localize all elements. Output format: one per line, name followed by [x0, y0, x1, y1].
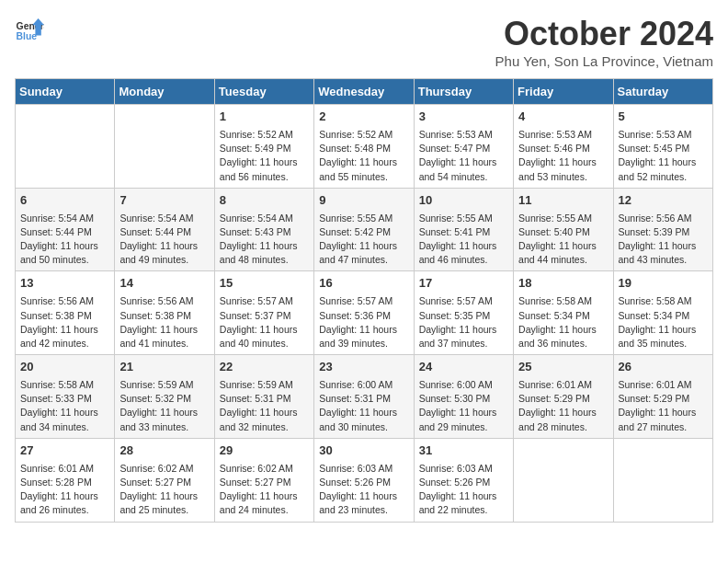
calendar-cell: 23Sunrise: 6:00 AMSunset: 5:31 PMDayligh… — [314, 355, 414, 439]
daylight-text: Daylight: 11 hours and 49 minutes. — [119, 239, 209, 267]
daylight-text: Daylight: 11 hours and 26 minutes. — [20, 489, 109, 517]
sunrise-text: Sunrise: 5:53 AM — [518, 128, 608, 142]
day-number: 1 — [220, 109, 309, 126]
sunset-text: Sunset: 5:45 PM — [619, 142, 708, 155]
day-number: 15 — [220, 275, 309, 293]
calendar-cell: 14Sunrise: 5:56 AMSunset: 5:38 PMDayligh… — [115, 271, 214, 355]
daylight-text: Daylight: 11 hours and 22 minutes. — [419, 489, 508, 517]
calendar-cell: 15Sunrise: 5:57 AMSunset: 5:37 PMDayligh… — [214, 271, 313, 355]
sunrise-text: Sunrise: 5:54 AM — [119, 212, 209, 225]
day-number: 22 — [220, 359, 309, 376]
calendar-cell: 16Sunrise: 5:57 AMSunset: 5:36 PMDayligh… — [314, 271, 414, 355]
sunrise-text: Sunrise: 6:00 AM — [319, 378, 408, 392]
daylight-text: Daylight: 11 hours and 35 minutes. — [619, 323, 708, 350]
calendar-cell — [514, 438, 613, 522]
sunrise-text: Sunrise: 6:01 AM — [619, 378, 708, 392]
logo-icon: General Blue — [15, 15, 44, 44]
sunset-text: Sunset: 5:28 PM — [20, 476, 109, 489]
sunrise-text: Sunrise: 6:00 AM — [419, 378, 508, 392]
sunrise-text: Sunrise: 5:52 AM — [220, 128, 309, 142]
week-row-3: 13Sunrise: 5:56 AMSunset: 5:38 PMDayligh… — [16, 271, 713, 355]
day-number: 8 — [220, 192, 309, 210]
calendar-cell: 21Sunrise: 5:59 AMSunset: 5:32 PMDayligh… — [115, 355, 214, 439]
sunrise-text: Sunrise: 5:56 AM — [119, 294, 209, 308]
calendar-cell: 9Sunrise: 5:55 AMSunset: 5:42 PMDaylight… — [314, 188, 414, 271]
sunrise-text: Sunrise: 6:01 AM — [20, 462, 109, 476]
daylight-text: Daylight: 11 hours and 54 minutes. — [419, 155, 508, 183]
calendar-cell: 5Sunrise: 5:53 AMSunset: 5:45 PMDaylight… — [613, 105, 712, 189]
sunset-text: Sunset: 5:38 PM — [20, 309, 109, 323]
calendar-cell: 2Sunrise: 5:52 AMSunset: 5:48 PMDaylight… — [314, 105, 414, 189]
daylight-text: Daylight: 11 hours and 41 minutes. — [119, 323, 209, 350]
daylight-text: Daylight: 11 hours and 47 minutes. — [319, 239, 408, 267]
calendar-cell: 13Sunrise: 5:56 AMSunset: 5:38 PMDayligh… — [16, 271, 115, 355]
daylight-text: Daylight: 11 hours and 29 minutes. — [419, 406, 508, 433]
day-number: 23 — [319, 359, 408, 376]
weekday-header-tuesday: Tuesday — [214, 79, 313, 105]
sunset-text: Sunset: 5:26 PM — [419, 476, 508, 489]
calendar-cell: 8Sunrise: 5:54 AMSunset: 5:43 PMDaylight… — [214, 188, 313, 271]
day-number: 4 — [518, 109, 608, 126]
calendar-cell: 29Sunrise: 6:02 AMSunset: 5:27 PMDayligh… — [214, 438, 313, 522]
sunset-text: Sunset: 5:29 PM — [518, 392, 608, 406]
calendar-cell: 20Sunrise: 5:58 AMSunset: 5:33 PMDayligh… — [16, 355, 115, 439]
calendar-cell: 10Sunrise: 5:55 AMSunset: 5:41 PMDayligh… — [414, 188, 513, 271]
sunset-text: Sunset: 5:42 PM — [319, 225, 408, 239]
sunrise-text: Sunrise: 5:54 AM — [20, 212, 109, 225]
sunrise-text: Sunrise: 6:03 AM — [319, 462, 408, 476]
daylight-text: Daylight: 11 hours and 50 minutes. — [20, 239, 109, 267]
daylight-text: Daylight: 11 hours and 34 minutes. — [20, 406, 109, 433]
sunset-text: Sunset: 5:41 PM — [419, 225, 508, 239]
day-number: 19 — [619, 275, 708, 293]
day-number: 16 — [319, 275, 408, 293]
daylight-text: Daylight: 11 hours and 46 minutes. — [419, 239, 508, 267]
sunrise-text: Sunrise: 5:59 AM — [220, 378, 309, 392]
sunrise-text: Sunrise: 5:55 AM — [419, 212, 508, 225]
daylight-text: Daylight: 11 hours and 42 minutes. — [20, 323, 109, 350]
day-number: 2 — [319, 109, 408, 126]
day-number: 9 — [319, 192, 408, 210]
day-number: 20 — [20, 359, 109, 376]
calendar-cell: 30Sunrise: 6:03 AMSunset: 5:26 PMDayligh… — [314, 438, 414, 522]
sunrise-text: Sunrise: 6:02 AM — [220, 462, 309, 476]
day-number: 11 — [518, 192, 608, 210]
sunrise-text: Sunrise: 6:02 AM — [119, 462, 209, 476]
daylight-text: Daylight: 11 hours and 27 minutes. — [619, 406, 708, 433]
sunrise-text: Sunrise: 5:56 AM — [20, 294, 109, 308]
sunrise-text: Sunrise: 6:03 AM — [419, 462, 508, 476]
daylight-text: Daylight: 11 hours and 44 minutes. — [518, 239, 608, 267]
title-area: October 2024 Phu Yen, Son La Province, V… — [495, 15, 713, 69]
day-number: 30 — [319, 442, 408, 460]
calendar-cell: 22Sunrise: 5:59 AMSunset: 5:31 PMDayligh… — [214, 355, 313, 439]
calendar-cell: 31Sunrise: 6:03 AMSunset: 5:26 PMDayligh… — [414, 438, 513, 522]
sunset-text: Sunset: 5:33 PM — [20, 392, 109, 406]
weekday-header-sunday: Sunday — [16, 79, 115, 105]
daylight-text: Daylight: 11 hours and 30 minutes. — [319, 406, 408, 433]
day-number: 24 — [419, 359, 508, 376]
calendar-table: SundayMondayTuesdayWednesdayThursdayFrid… — [15, 78, 713, 523]
calendar-cell: 18Sunrise: 5:58 AMSunset: 5:34 PMDayligh… — [514, 271, 613, 355]
sunrise-text: Sunrise: 5:56 AM — [619, 212, 708, 225]
logo: General Blue — [15, 15, 44, 44]
calendar-cell: 17Sunrise: 5:57 AMSunset: 5:35 PMDayligh… — [414, 271, 513, 355]
month-title: October 2024 — [495, 15, 713, 53]
day-number: 18 — [518, 275, 608, 293]
sunset-text: Sunset: 5:31 PM — [319, 392, 408, 406]
daylight-text: Daylight: 11 hours and 33 minutes. — [119, 406, 209, 433]
sunset-text: Sunset: 5:48 PM — [319, 142, 408, 155]
sunrise-text: Sunrise: 5:53 AM — [419, 128, 508, 142]
calendar-cell: 3Sunrise: 5:53 AMSunset: 5:47 PMDaylight… — [414, 105, 513, 189]
weekday-header-monday: Monday — [115, 79, 214, 105]
day-number: 17 — [419, 275, 508, 293]
day-number: 29 — [220, 442, 309, 460]
sunset-text: Sunset: 5:47 PM — [419, 142, 508, 155]
sunrise-text: Sunrise: 6:01 AM — [518, 378, 608, 392]
sunrise-text: Sunrise: 5:58 AM — [518, 294, 608, 308]
sunset-text: Sunset: 5:44 PM — [20, 225, 109, 239]
sunset-text: Sunset: 5:46 PM — [518, 142, 608, 155]
day-number: 27 — [20, 442, 109, 460]
sunset-text: Sunset: 5:44 PM — [119, 225, 209, 239]
sunset-text: Sunset: 5:49 PM — [220, 142, 309, 155]
weekday-header-saturday: Saturday — [613, 79, 712, 105]
sunrise-text: Sunrise: 5:57 AM — [319, 294, 408, 308]
